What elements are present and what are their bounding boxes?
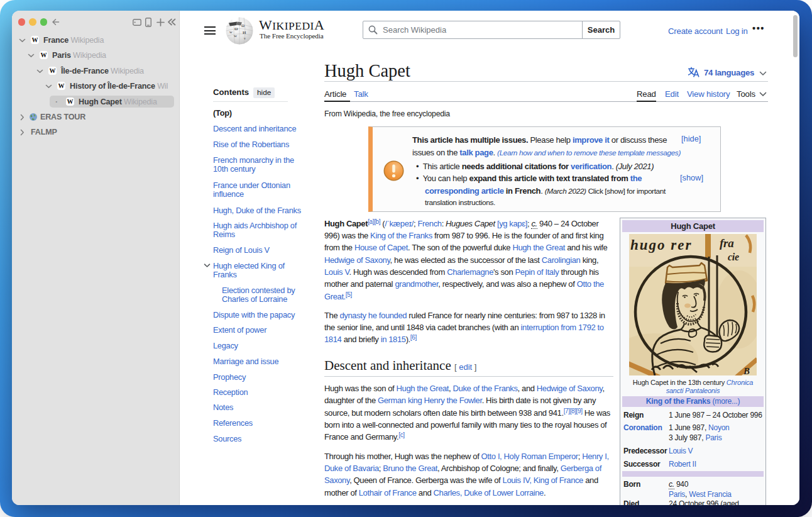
- svg-text:И: И: [243, 30, 246, 35]
- svg-text:fra: fra: [720, 236, 734, 250]
- svg-text:Ω: Ω: [241, 23, 244, 28]
- svg-text:ω: ω: [234, 26, 238, 31]
- svg-text:cie: cie: [728, 252, 739, 262]
- svg-text:v: v: [244, 36, 246, 40]
- svg-text:hugo rer: hugo rer: [630, 237, 692, 253]
- svg-text:B: B: [743, 366, 750, 375]
- svg-text:w: w: [229, 30, 233, 34]
